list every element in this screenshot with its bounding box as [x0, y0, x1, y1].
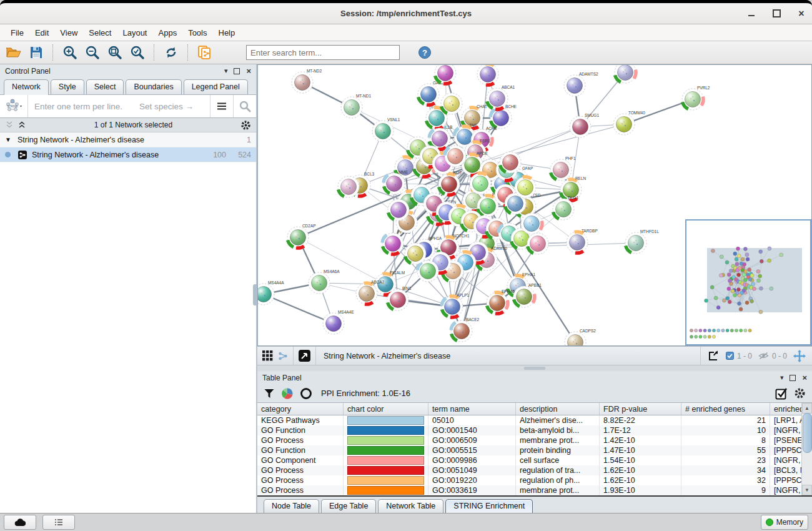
- horizontal-divider[interactable]: [257, 365, 812, 371]
- node[interactable]: [515, 177, 536, 198]
- close-button[interactable]: ×: [797, 9, 806, 18]
- node-GAB2[interactable]: GAB2: [418, 81, 444, 105]
- string-options-button[interactable]: [210, 95, 233, 117]
- column-header-term-name[interactable]: term name: [428, 403, 516, 415]
- node[interactable]: [521, 213, 542, 234]
- help-button[interactable]: ?: [415, 43, 435, 62]
- node-ADAMTS2[interactable]: ADAMTS2: [564, 72, 598, 96]
- node-CD2AP[interactable]: CD2AP: [287, 224, 316, 248]
- zoom-out-button[interactable]: [82, 43, 102, 62]
- tab-network-table[interactable]: Network Table: [378, 499, 443, 513]
- node[interactable]: [405, 243, 426, 264]
- save-session-button[interactable]: [26, 43, 46, 62]
- node-SMUG1[interactable]: SMUG1: [570, 113, 599, 137]
- control-panel-menu-icon[interactable]: ▾: [224, 67, 228, 75]
- tab-node-table[interactable]: Node Table: [264, 499, 319, 513]
- column-header-fdr-p-value[interactable]: FDR p-value: [600, 403, 681, 415]
- column-header-chart-color[interactable]: chart color: [344, 403, 428, 415]
- table-row[interactable]: GO FunctionGO:0001540beta-amyloid bi...1…: [257, 425, 812, 435]
- jobs-button[interactable]: [4, 515, 36, 530]
- tab-boundaries[interactable]: Boundaries: [126, 79, 181, 94]
- node[interactable]: [435, 65, 456, 84]
- menu-edit[interactable]: Edit: [29, 26, 54, 40]
- tab-select[interactable]: Select: [86, 79, 124, 94]
- search-input[interactable]: [246, 45, 400, 60]
- task-history-button[interactable]: [42, 515, 75, 530]
- pan-tool-icon[interactable]: [793, 350, 806, 362]
- table-row[interactable]: GO ProcessGO:0051049regulation of tra...…: [257, 465, 812, 475]
- node-VSNL1[interactable]: VSNL1: [372, 117, 400, 142]
- node[interactable]: [441, 93, 462, 114]
- network-row[interactable]: String Network - Alzheimer's disease 100…: [0, 147, 256, 162]
- tab-edge-table[interactable]: Edge Table: [321, 499, 376, 513]
- minimize-button[interactable]: [747, 9, 756, 18]
- node[interactable]: [527, 233, 548, 254]
- node[interactable]: [388, 199, 409, 221]
- node[interactable]: [338, 176, 359, 197]
- network-view[interactable]: MT-ND2MT-ND1VSNL1GAB2IRS1CHATBCHEIL1BTNF…: [257, 64, 812, 346]
- table-panel-close-icon[interactable]: ×: [802, 373, 807, 382]
- column-header-description[interactable]: description: [516, 403, 600, 415]
- scroll-thumb[interactable]: [803, 413, 812, 453]
- set-species-label[interactable]: Set species →: [139, 102, 194, 111]
- table-row[interactable]: GO ProcessGO:0006509membrane prot...1.42…: [257, 435, 812, 445]
- menu-view[interactable]: View: [54, 26, 83, 40]
- node-MS4A4E[interactable]: MS4A4E: [323, 310, 354, 334]
- node[interactable]: [417, 261, 438, 282]
- collapse-arrow-icon[interactable]: ▼: [5, 136, 11, 143]
- selected-checkbox-icon[interactable]: [726, 352, 734, 360]
- expand-all-icon[interactable]: [17, 121, 26, 129]
- refresh-button[interactable]: [161, 43, 181, 62]
- node-PHF1[interactable]: PHF1: [550, 156, 576, 181]
- table-settings-gear-icon[interactable]: [794, 387, 806, 399]
- pie-chart-icon[interactable]: [281, 387, 294, 400]
- column-header-category[interactable]: category: [257, 403, 344, 415]
- zoom-selected-button[interactable]: [127, 43, 147, 62]
- node-MTHFD1L[interactable]: MTHFD1L: [625, 229, 659, 254]
- node-MME[interactable]: MME: [384, 170, 408, 194]
- collapse-all-icon[interactable]: [5, 121, 14, 129]
- string-logo-icon[interactable]: STRING: [0, 95, 28, 117]
- zoom-fit-button[interactable]: [105, 43, 125, 62]
- network-collection-row[interactable]: ▼ String Network - Alzheimer's disease 1: [0, 132, 256, 147]
- zoom-in-button[interactable]: [60, 43, 80, 62]
- node-EPHA5[interactable]: EPHA5: [487, 289, 515, 314]
- string-term-input[interactable]: Enter one term per line.: [28, 102, 139, 111]
- select-rows-icon[interactable]: [775, 387, 788, 400]
- grid-icon[interactable]: [262, 350, 273, 361]
- tab-legend-panel[interactable]: Legend Panel: [184, 79, 248, 94]
- string-search-button[interactable]: [233, 95, 256, 117]
- menu-file[interactable]: File: [5, 26, 29, 40]
- column-header--enriched-genes[interactable]: # enriched genes: [681, 403, 770, 415]
- maximize-button[interactable]: [772, 9, 781, 18]
- scroll-down-arrow[interactable]: ▼: [802, 485, 812, 495]
- birdseye-view[interactable]: [685, 219, 811, 345]
- node[interactable]: [477, 65, 498, 85]
- table-panel-menu-icon[interactable]: ▾: [780, 374, 784, 382]
- scroll-up-arrow[interactable]: ▲: [802, 403, 812, 414]
- table-row[interactable]: GO ComponentGO:0009986cell surface1.54E-…: [257, 455, 812, 465]
- export-icon[interactable]: [707, 350, 720, 362]
- node-TARDBP[interactable]: TARDBP: [567, 229, 598, 253]
- import-network-button[interactable]: [195, 43, 215, 62]
- node[interactable]: [500, 152, 521, 173]
- node[interactable]: [615, 65, 636, 83]
- node-TOMM40[interactable]: TOMM40: [613, 111, 645, 135]
- detach-view-icon[interactable]: [299, 350, 310, 362]
- node-CADPS2[interactable]: CADPS2: [565, 329, 596, 345]
- ring-chart-icon[interactable]: [300, 387, 312, 400]
- gear-icon[interactable]: [240, 120, 251, 131]
- node[interactable]: [445, 146, 466, 167]
- tab-network[interactable]: Network: [4, 79, 49, 95]
- panel-divider-grip[interactable]: [253, 284, 257, 305]
- table-panel-float-icon[interactable]: [790, 375, 796, 381]
- node[interactable]: [470, 173, 491, 194]
- table-row[interactable]: KEGG Pathways05010Alzheimer's dise...8.8…: [257, 415, 812, 426]
- eye-off-icon[interactable]: [758, 352, 769, 360]
- menu-apps[interactable]: Apps: [153, 26, 183, 40]
- menu-select[interactable]: Select: [83, 26, 117, 40]
- table-scrollbar[interactable]: ▲ ▼: [801, 403, 812, 495]
- control-panel-float-icon[interactable]: [234, 68, 240, 74]
- control-panel-close-icon[interactable]: ×: [246, 66, 251, 76]
- table-row[interactable]: GO ProcessGO:0019220regulation of ph...1…: [257, 475, 812, 485]
